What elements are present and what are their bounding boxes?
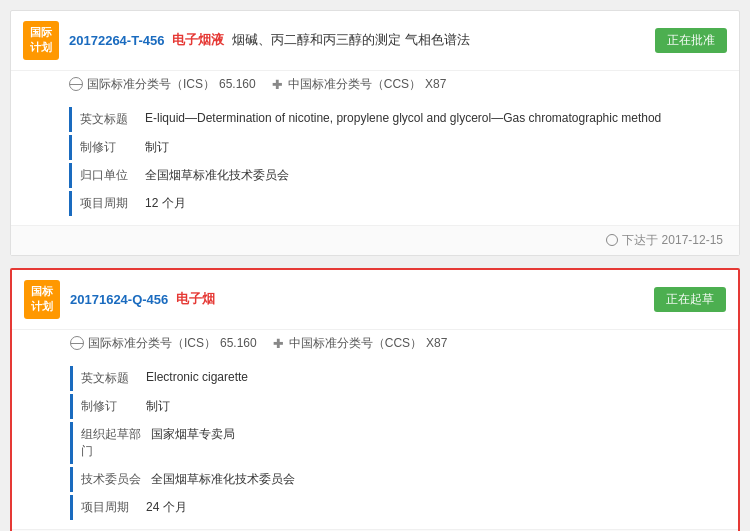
card1-footer-date-value: 2017-12-15: [662, 233, 723, 247]
card1-unit-row: 归口单位 全国烟草标准化技术委员会: [69, 163, 727, 188]
card1-period-label: 项目周期: [80, 195, 135, 212]
card2-committee-label: 技术委员会: [81, 471, 141, 488]
card1-classification: 国际标准分类号（ICS） 65.160 ✚ 中国标准分类号（CCS） X87: [11, 71, 739, 98]
card2-org-value: 国家烟草专卖局: [151, 426, 235, 443]
card1-unit-value: 全国烟草标准化技术委员会: [145, 167, 289, 184]
card2-committee-value: 全国烟草标准化技术委员会: [151, 471, 295, 488]
card2-org-label: 组织起草部 门: [81, 426, 141, 460]
card2-header: 国标 计划 20171624-Q-456 电子烟 正在起草: [12, 270, 738, 330]
card2-title: 20171624-Q-456 电子烟: [70, 290, 644, 308]
globe-icon-2: [70, 336, 84, 350]
card2-revision-label: 制修订: [81, 398, 136, 415]
card1-footer: 下达于 2017-12-15: [11, 225, 739, 255]
card2-period-row: 项目周期 24 个月: [70, 495, 726, 520]
card1-period-row: 项目周期 12 个月: [69, 191, 727, 216]
card1-english-value: E-liquid—Determination of nicotine, prop…: [145, 111, 661, 125]
card1-ccs-value: X87: [425, 77, 446, 91]
card2-english-row: 英文标题 Electronic cigarette: [70, 366, 726, 391]
plus-icon-2: ✚: [273, 337, 285, 349]
card2-ics-value: 65.160: [220, 336, 257, 350]
clock-icon-1: [606, 234, 618, 246]
card2-doc-type: 电子烟: [176, 290, 215, 308]
card2-ccs: ✚ 中国标准分类号（CCS） X87: [273, 335, 448, 352]
card1-revision-value: 制订: [145, 139, 169, 156]
card2-period-label: 项目周期: [81, 499, 136, 516]
card1-english-row: 英文标题 E-liquid—Determination of nicotine,…: [69, 107, 727, 132]
card2-period-value: 24 个月: [146, 499, 187, 516]
card2-body: 英文标题 Electronic cigarette 制修订 制订 组织起草部 门…: [12, 357, 738, 529]
plus-icon: ✚: [272, 78, 284, 90]
card1-ics-value: 65.160: [219, 77, 256, 91]
card2-badge: 国标 计划: [24, 280, 60, 319]
card1-doc-id[interactable]: 20172264-T-456: [69, 33, 164, 48]
card1-footer-prefix: 下达于: [622, 232, 658, 249]
card2-revision-row: 制修订 制订: [70, 394, 726, 419]
card1-badge: 国际 计划: [23, 21, 59, 60]
card2-classification: 国际标准分类号（ICS） 65.160 ✚ 中国标准分类号（CCS） X87: [12, 330, 738, 357]
card2-committee-row: 技术委员会 全国烟草标准化技术委员会: [70, 467, 726, 492]
card2-ccs-label: 中国标准分类号（CCS）: [289, 335, 422, 352]
card2-revision-value: 制订: [146, 398, 170, 415]
card1-ccs-label: 中国标准分类号（CCS）: [288, 76, 421, 93]
card1-ics: 国际标准分类号（ICS） 65.160: [69, 76, 256, 93]
card1-english-label: 英文标题: [80, 111, 135, 128]
card1-revision-label: 制修订: [80, 139, 135, 156]
card2-ccs-value: X87: [426, 336, 447, 350]
card2-english-value: Electronic cigarette: [146, 370, 248, 384]
card2-doc-id[interactable]: 20171624-Q-456: [70, 292, 168, 307]
card2-status-button[interactable]: 正在起草: [654, 287, 726, 312]
card1-ics-label: 国际标准分类号（ICS）: [87, 76, 215, 93]
card2-org-row: 组织起草部 门 国家烟草专卖局: [70, 422, 726, 464]
card1-doc-type: 电子烟液: [172, 31, 224, 49]
card1-period-value: 12 个月: [145, 195, 186, 212]
card1-footer-date: 下达于 2017-12-15: [27, 232, 723, 249]
card2-ics: 国际标准分类号（ICS） 65.160: [70, 335, 257, 352]
card1-body: 英文标题 E-liquid—Determination of nicotine,…: [11, 98, 739, 225]
card1-revision-row: 制修订 制订: [69, 135, 727, 160]
card1-status-button[interactable]: 正在批准: [655, 28, 727, 53]
card1-unit-label: 归口单位: [80, 167, 135, 184]
globe-icon: [69, 77, 83, 91]
standard-card-2: 国标 计划 20171624-Q-456 电子烟 正在起草 国际标准分类号（IC…: [10, 268, 740, 531]
card1-doc-subtitle: 烟碱、丙二醇和丙三醇的测定 气相色谱法: [232, 31, 470, 49]
card1-header: 国际 计划 20172264-T-456 电子烟液 烟碱、丙二醇和丙三醇的测定 …: [11, 11, 739, 71]
card2-ics-label: 国际标准分类号（ICS）: [88, 335, 216, 352]
card1-title: 20172264-T-456 电子烟液 烟碱、丙二醇和丙三醇的测定 气相色谱法: [69, 31, 645, 49]
card1-ccs: ✚ 中国标准分类号（CCS） X87: [272, 76, 447, 93]
standard-card-1: 国际 计划 20172264-T-456 电子烟液 烟碱、丙二醇和丙三醇的测定 …: [10, 10, 740, 256]
card2-english-label: 英文标题: [81, 370, 136, 387]
